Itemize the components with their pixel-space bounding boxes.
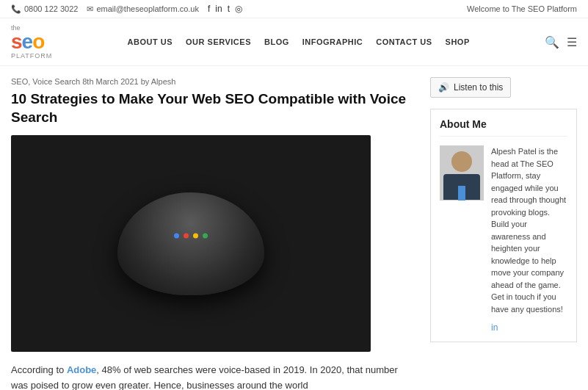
sidebar: 🔊 Listen to this About Me Alpesh Patel i… [430, 77, 577, 390]
avatar-area: Alpesh Patel is the head at The SEO Plat… [440, 145, 567, 333]
logo-o: o [32, 32, 44, 52]
about-me-content: Alpesh Patel is the head at The SEO Plat… [491, 145, 567, 333]
listen-icon: 🔊 [438, 82, 449, 93]
google-home-device [110, 185, 272, 303]
instagram-icon[interactable]: ◎ [235, 4, 242, 14]
facebook-icon[interactable]: f [208, 4, 210, 14]
article-body: According to Adobe, 48% of web searches … [11, 363, 415, 390]
google-home-body [117, 192, 264, 295]
email-address[interactable]: email@theseoplatform.co.uk [96, 4, 199, 13]
linkedin-icon[interactable]: in [215, 4, 222, 14]
nav-contact-us[interactable]: Contact Us [376, 37, 432, 46]
email-info: ✉ email@theseoplatform.co.uk [87, 4, 199, 14]
about-me-text: Alpesh Patel is the head at The SEO Plat… [491, 145, 567, 315]
header-icons: 🔍 ☰ [545, 35, 577, 49]
logo-s: s [11, 30, 22, 53]
logo-letters: seo [11, 30, 44, 53]
twitter-icon[interactable]: t [228, 4, 230, 14]
top-bar: 📞 0800 122 3022 ✉ email@theseoplatform.c… [0, 0, 588, 18]
article-meta: SEO, Voice Search 8th March 2021 by Alpe… [11, 77, 415, 86]
dot-yellow [193, 233, 198, 238]
avatar-tie [458, 186, 465, 201]
listen-button[interactable]: 🔊 Listen to this [430, 77, 511, 98]
article-title: 10 Strategies to Make Your Web SEO Compa… [11, 90, 415, 126]
logo-seo-text: seo [11, 32, 44, 52]
article-image [11, 135, 371, 352]
device-dots [174, 233, 208, 238]
top-bar-left: 📞 0800 122 3022 ✉ email@theseoplatform.c… [11, 4, 242, 14]
logo[interactable]: the seo platform [11, 24, 52, 59]
avatar [440, 145, 484, 201]
phone-icon: 📞 [11, 4, 21, 14]
dot-blue [174, 233, 179, 238]
email-icon: ✉ [87, 4, 93, 14]
logo-e: e [22, 30, 33, 53]
phone-number: 0800 122 3022 [24, 4, 78, 13]
main-layout: SEO, Voice Search 8th March 2021 by Alpe… [0, 66, 588, 390]
nav-shop[interactable]: Shop [446, 37, 470, 46]
about-me-box: About Me Alpesh Patel is the head at The… [430, 109, 577, 342]
nav-infographic[interactable]: Infographic [302, 37, 363, 46]
welcome-text: Welcome to The SEO Platform [467, 4, 577, 13]
article-area: SEO, Voice Search 8th March 2021 by Alpe… [11, 77, 415, 390]
social-icons: f in t ◎ [208, 4, 242, 14]
dot-red [184, 233, 189, 238]
menu-icon[interactable]: ☰ [567, 35, 577, 49]
search-icon[interactable]: 🔍 [545, 35, 559, 49]
listen-label: Listen to this [454, 82, 503, 93]
main-nav: About Us Our Services Blog Infographic C… [128, 37, 470, 46]
dot-green [203, 233, 208, 238]
body-link-adobe[interactable]: Adobe [67, 364, 96, 375]
nav-about-us[interactable]: About Us [128, 37, 173, 46]
nav-our-services[interactable]: Our Services [186, 37, 251, 46]
header: the seo platform About Us Our Services B… [0, 18, 588, 66]
body-text-before-link: According to [11, 364, 67, 375]
phone-info: 📞 0800 122 3022 [11, 4, 78, 14]
nav-blog[interactable]: Blog [264, 37, 289, 46]
about-me-title: About Me [440, 118, 567, 137]
avatar-body [443, 174, 480, 200]
sidebar-linkedin-icon[interactable]: in [491, 322, 567, 333]
avatar-head [451, 151, 472, 172]
logo-platform: platform [11, 52, 52, 59]
